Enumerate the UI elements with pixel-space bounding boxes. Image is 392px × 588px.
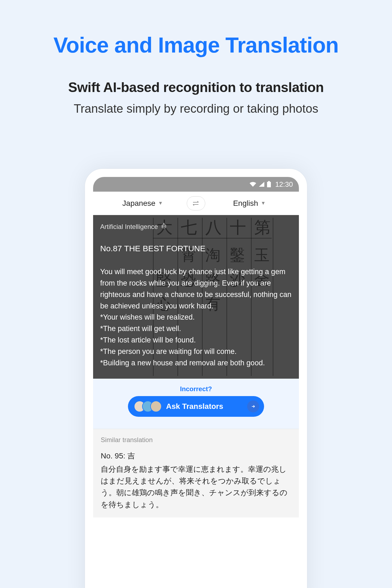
swap-languages-button[interactable] xyxy=(187,196,205,210)
promo-title: Voice and Image Translation xyxy=(0,33,392,58)
caret-down-icon: ▼ xyxy=(158,200,163,206)
promo-subhead: Swift AI-based recognition to translatio… xyxy=(0,79,392,95)
target-language-selector[interactable]: English ▼ xyxy=(205,199,293,208)
similar-section-label: Similar translation xyxy=(101,436,291,444)
cellular-icon xyxy=(258,181,265,187)
svg-point-3 xyxy=(163,226,164,227)
status-time: 12:30 xyxy=(275,180,293,189)
similar-translation-section: Similar translation No. 95: 吉 自分自身を励ます事で… xyxy=(93,429,299,518)
result-body: You will meet good luck by chance just l… xyxy=(100,266,292,369)
language-bar: Japanese ▼ English ▼ xyxy=(93,192,299,215)
source-language-selector[interactable]: Japanese ▼ xyxy=(99,199,187,208)
promo-subhead2: Translate simply by recording or taking … xyxy=(0,102,392,115)
target-language-label: English xyxy=(233,199,258,208)
svg-point-4 xyxy=(164,226,165,227)
svg-rect-1 xyxy=(268,181,270,182)
translation-result-card: 第 十 八 七 大 玉 鑿 金 沙 淘 路 有 恐 霄 心 堅 xyxy=(93,215,299,379)
wifi-icon xyxy=(249,181,257,187)
source-language-label: Japanese xyxy=(122,199,155,208)
avatar xyxy=(150,401,162,412)
ai-label: Artificial Intelligence xyxy=(100,223,158,231)
translator-avatars xyxy=(134,401,162,412)
result-title: No.87 THE BEST FORTUNE xyxy=(100,244,292,253)
swap-icon xyxy=(192,200,200,206)
ask-translators-button[interactable]: Ask Translators xyxy=(128,396,264,417)
battery-icon xyxy=(267,181,271,188)
similar-item-body: 自分自身を励ます事で幸運に恵まれます。幸運の兆しはまだ見えませんが、将来それをつ… xyxy=(101,463,291,511)
similar-item-title: No. 95: 吉 xyxy=(101,451,291,461)
arrow-right-icon xyxy=(247,400,259,412)
svg-point-6 xyxy=(164,223,164,224)
incorrect-link[interactable]: Incorrect? xyxy=(93,385,299,393)
robot-icon xyxy=(161,223,167,231)
feedback-bar: Incorrect? Ask Translators xyxy=(93,379,299,429)
status-bar: 12:30 xyxy=(93,177,299,192)
svg-rect-0 xyxy=(267,182,271,187)
ask-translators-label: Ask Translators xyxy=(166,402,223,411)
phone-mockup: 12:30 Japanese ▼ English ▼ xyxy=(85,169,307,588)
caret-down-icon: ▼ xyxy=(261,200,266,206)
